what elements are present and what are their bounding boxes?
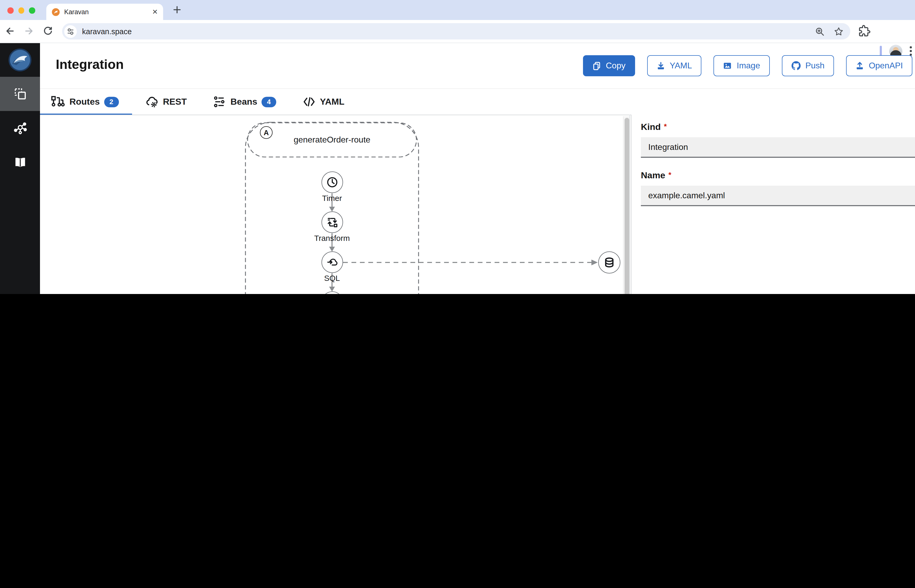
routes-canvas[interactable]: A generateOrder-route Timer (40, 115, 631, 294)
route-title[interactable]: generateOrder-route (247, 135, 417, 145)
openapi-button[interactable]: OpenAPI (846, 55, 912, 76)
address-bar[interactable]: karavan.space (62, 23, 850, 39)
karavan-favicon-icon (52, 8, 60, 16)
tab-rest[interactable]: REST (132, 89, 200, 115)
routes-icon (50, 96, 65, 108)
beans-count-badge: 4 (262, 97, 276, 107)
step-label: Timer (303, 194, 361, 202)
cloud-gear-icon (145, 95, 158, 108)
tab-routes[interactable]: Routes 2 (40, 89, 132, 115)
forward-icon[interactable] (23, 25, 35, 37)
reload-icon[interactable] (42, 25, 54, 37)
app-sidebar (0, 43, 40, 294)
browser-toolbar: karavan.space (0, 20, 915, 43)
topology-icon (13, 121, 27, 135)
download-icon (656, 61, 665, 70)
required-asterisk: * (668, 170, 671, 179)
step-node-timer[interactable]: Timer (303, 171, 361, 202)
upload-icon (855, 61, 864, 70)
designer-tabs: Routes 2 REST (40, 88, 915, 115)
screen: Karavan ✕ (0, 0, 915, 294)
cloud-arrow-icon (321, 251, 343, 273)
url-text: karavan.space (82, 27, 815, 36)
kind-field: Kind* Integration (641, 122, 915, 158)
projects-icon (13, 87, 27, 101)
beans-icon (213, 95, 226, 108)
tab-beans[interactable]: Beans 4 (200, 89, 289, 115)
page-title: Integration (56, 57, 124, 72)
zoom-icon[interactable] (815, 26, 825, 37)
back-icon[interactable] (4, 25, 16, 37)
extensions-icon[interactable] (858, 25, 871, 37)
step-node-logger[interactable]: Logger (303, 291, 361, 294)
bookmark-star-icon[interactable] (833, 26, 844, 37)
main-area: Integration Copy (40, 43, 915, 294)
sidebar-item-topology[interactable] (0, 111, 40, 145)
name-label: Name* (641, 170, 915, 181)
step-label: SQL (303, 273, 361, 283)
sidebar-item-projects[interactable] (0, 77, 40, 111)
copy-button[interactable]: Copy (583, 55, 635, 76)
copy-icon (593, 61, 601, 70)
karavan-logo[interactable] (0, 43, 40, 77)
push-button[interactable]: Push (782, 55, 834, 76)
routes-count-badge: 2 (104, 97, 119, 107)
close-tab-icon[interactable]: ✕ (152, 8, 158, 15)
github-icon (791, 61, 800, 71)
kind-input[interactable]: Integration (641, 137, 915, 158)
timer-icon (321, 171, 343, 193)
sidebar-item-knowledgebase[interactable] (0, 145, 40, 179)
step-node-transform[interactable]: Transform (303, 212, 361, 242)
database-icon (603, 255, 616, 269)
karavan-app: Integration Copy (0, 43, 915, 294)
fullscreen-window-button[interactable] (29, 7, 35, 13)
browser-tab[interactable]: Karavan ✕ (46, 4, 163, 20)
database-endpoint[interactable] (598, 251, 620, 273)
new-tab-button[interactable] (173, 5, 181, 14)
window-controls (7, 7, 35, 13)
header-actions: Copy YAML (583, 55, 912, 76)
properties-panel: Kind* Integration Name* example.camel.ya… (631, 115, 915, 294)
tab-title: Karavan (64, 8, 152, 16)
kind-label: Kind* (641, 122, 915, 132)
app-header: Integration Copy (40, 43, 915, 88)
knowledgebase-icon (13, 155, 27, 170)
scrollbar-thumb[interactable] (624, 118, 629, 294)
minimize-window-button[interactable] (18, 7, 24, 13)
logger-icon (321, 291, 343, 294)
image-export-button[interactable]: Image (713, 55, 770, 76)
close-window-button[interactable] (7, 7, 13, 13)
transform-icon (321, 212, 343, 233)
yaml-download-button[interactable]: YAML (647, 55, 702, 76)
browser-tab-strip: Karavan ✕ (0, 0, 915, 20)
site-settings-icon[interactable] (64, 25, 77, 37)
step-label: Transform (303, 234, 361, 242)
tab-yaml[interactable]: YAML (289, 89, 357, 115)
code-icon (302, 95, 316, 108)
required-asterisk: * (664, 122, 667, 131)
image-icon (723, 61, 732, 70)
name-field: Name* example.camel.yaml (641, 170, 915, 206)
name-input[interactable]: example.camel.yaml (641, 186, 915, 206)
step-node-sql-producer[interactable]: SQL (303, 251, 361, 283)
designer-content: A generateOrder-route Timer (40, 115, 915, 294)
